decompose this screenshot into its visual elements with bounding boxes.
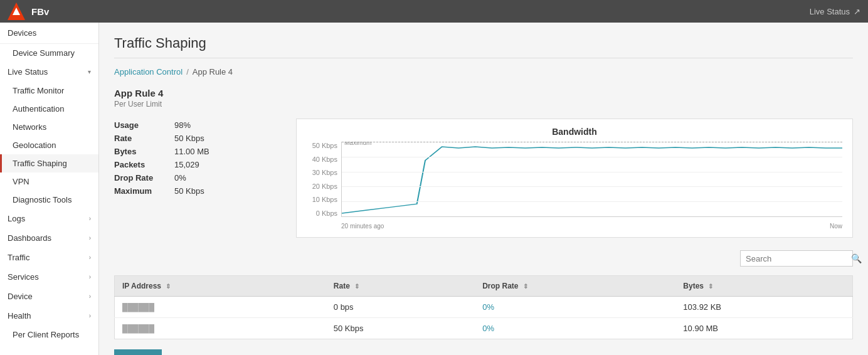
x-label-left: 20 minutes ago [341, 223, 384, 230]
sidebar-item-authentication[interactable]: Authentication [0, 100, 98, 118]
sidebar-item-device-summary[interactable]: Device Summary [0, 44, 98, 62]
max-label: Maximum [344, 142, 371, 146]
page-title: Traffic Shaping [114, 35, 853, 58]
chevron-right-icon: › [89, 235, 91, 241]
breadcrumb-current: App Rule 4 [193, 67, 233, 77]
grid-line-30 [342, 172, 842, 172]
chart-title: Bandwidth [307, 127, 842, 137]
cell-bytes: 103.92 KB [675, 297, 852, 318]
sidebar-item-diagnostic-tools[interactable]: Diagnostic Tools [0, 191, 98, 209]
col-bytes[interactable]: Bytes ⇕ [675, 276, 852, 297]
sidebar-item-geolocation[interactable]: Geolocation [0, 136, 98, 154]
chart-y-labels: 50 Kbps 40 Kbps 30 Kbps 20 Kbps 10 Kbps … [307, 142, 341, 217]
sidebar-item-dashboards[interactable]: Dashboards › [0, 228, 98, 248]
chevron-right-icon: › [89, 215, 91, 222]
breadcrumb-parent[interactable]: Application Control [114, 67, 183, 77]
chevron-down-icon: ▾ [88, 68, 91, 75]
search-icon[interactable]: 🔍 [851, 253, 862, 263]
search-row: 🔍 [114, 250, 853, 272]
table-row: ██████ 0 bps 0% 103.92 KB [115, 297, 853, 318]
stat-row-bytes: Bytes 11.00 MB [114, 145, 277, 158]
search-input[interactable] [746, 254, 851, 263]
sidebar-item-logs[interactable]: Logs › [0, 209, 98, 228]
topbar: FBv Live Status ↗ [0, 0, 868, 23]
sort-icon-ip: ⇕ [166, 283, 171, 290]
chart-x-labels: 20 minutes ago Now [341, 223, 842, 230]
sidebar-item-traffic[interactable]: Traffic › [0, 248, 98, 267]
external-link-icon: ↗ [854, 7, 860, 16]
cell-ip: ██████ [115, 318, 326, 339]
col-ip-address[interactable]: IP Address ⇕ [115, 276, 326, 297]
live-status-label: Live Status [8, 67, 48, 77]
grid-line-40 [342, 157, 842, 157]
sidebar-item-networks[interactable]: Networks [0, 118, 98, 136]
stats-table: Usage 98% Rate 50 Kbps Bytes 11.00 MB Pa… [114, 119, 277, 238]
cell-rate: 50 Kbps [326, 318, 475, 339]
table-header-row: IP Address ⇕ Rate ⇕ Drop Rate ⇕ Bytes ⇕ [115, 276, 853, 297]
sidebar-item-health[interactable]: Health › [0, 306, 98, 326]
max-dashed-line [342, 142, 842, 142]
sidebar-item-traffic-shaping[interactable]: Traffic Shaping [0, 154, 98, 172]
sidebar-item-live-status[interactable]: Live Status ▾ [0, 62, 98, 82]
sort-icon-bytes: ⇕ [708, 283, 713, 290]
rule-subtitle: Per User Limit [114, 100, 853, 109]
stat-row-packets: Packets 15,029 [114, 158, 277, 171]
device-name: FBv [31, 6, 49, 17]
chevron-right-icon: › [89, 312, 91, 319]
breadcrumb: Application Control / App Rule 4 [114, 67, 853, 77]
sidebar-item-vpn[interactable]: VPN [0, 172, 98, 191]
main-content: Traffic Shaping Application Control / Ap… [99, 23, 868, 355]
cell-bytes: 10.90 MB [675, 318, 852, 339]
sidebar-item-services[interactable]: Services › [0, 267, 98, 287]
sidebar: Devices Device Summary Live Status ▾ Tra… [0, 23, 99, 355]
chevron-right-icon: › [89, 254, 91, 261]
stat-row-drop-rate: Drop Rate 0% [114, 171, 277, 184]
sort-icon-drop-rate: ⇕ [523, 283, 528, 290]
chart-inner: 50 Kbps 40 Kbps 30 Kbps 20 Kbps 10 Kbps … [307, 142, 842, 230]
sidebar-item-traffic-monitor[interactable]: Traffic Monitor [0, 82, 98, 100]
cell-drop-rate: 0% [475, 297, 675, 318]
col-rate[interactable]: Rate ⇕ [326, 276, 475, 297]
chart-plot-area: Maximum [341, 142, 842, 217]
chevron-right-icon: › [89, 293, 91, 300]
live-status-button[interactable]: Live Status ↗ [810, 7, 860, 16]
stat-row-usage: Usage 98% [114, 119, 277, 132]
x-label-right: Now [830, 223, 842, 230]
bandwidth-chart: Bandwidth 50 Kbps 40 Kbps 30 Kbps 20 Kbp… [296, 119, 853, 238]
back-button[interactable]: BACK [114, 349, 162, 355]
col-drop-rate[interactable]: Drop Rate ⇕ [475, 276, 675, 297]
sidebar-item-devices[interactable]: Devices [0, 23, 98, 44]
sidebar-item-per-client-reports[interactable]: Per Client Reports [0, 326, 98, 344]
cell-drop-rate: 0% [475, 318, 675, 339]
rule-title: App Rule 4 [114, 88, 853, 98]
stat-row-rate: Rate 50 Kbps [114, 132, 277, 145]
data-table: IP Address ⇕ Rate ⇕ Drop Rate ⇕ Bytes ⇕ … [114, 275, 853, 339]
svg-marker-0 [13, 8, 20, 15]
breadcrumb-separator: / [186, 67, 189, 77]
grid-line-20 [342, 186, 842, 187]
topbar-left: FBv [8, 3, 49, 20]
sort-icon-rate: ⇕ [354, 283, 359, 290]
chart-svg [342, 142, 842, 216]
search-bar: 🔍 [740, 250, 853, 267]
stat-row-maximum: Maximum 50 Kbps [114, 184, 277, 198]
live-status-label: Live Status [810, 7, 850, 16]
grid-line-10 [342, 201, 842, 202]
sidebar-item-device[interactable]: Device › [0, 287, 98, 306]
cell-rate: 0 bps [326, 297, 475, 318]
app-logo [8, 3, 25, 20]
chevron-right-icon: › [89, 273, 91, 280]
cell-ip: ██████ [115, 297, 326, 318]
table-row: ██████ 50 Kbps 0% 10.90 MB [115, 318, 853, 339]
